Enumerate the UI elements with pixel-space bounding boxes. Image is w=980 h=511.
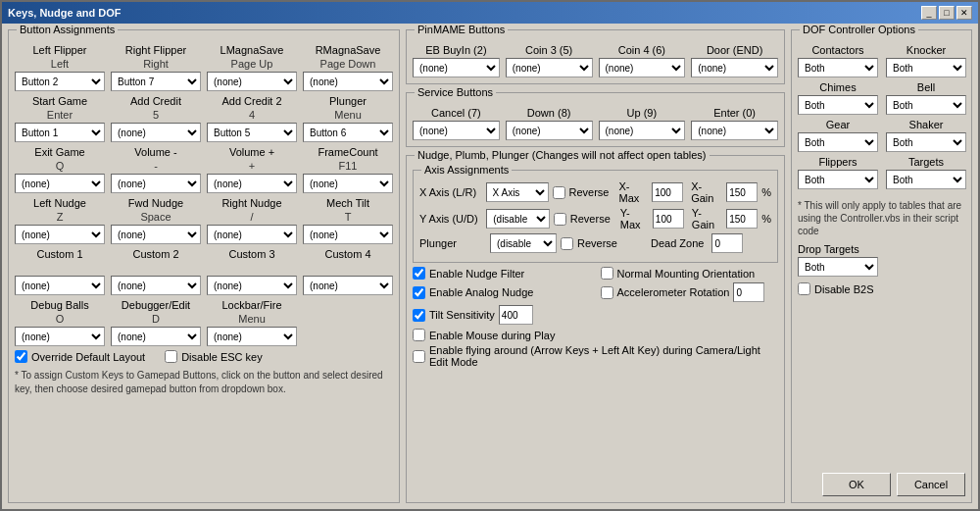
mech-tilt-label: Mech Tilt — [326, 197, 369, 209]
accel-rotation-checkbox[interactable] — [601, 286, 613, 299]
flippers-dropdown[interactable]: Both — [798, 170, 878, 189]
add-credit-dropdown[interactable]: (none) — [111, 123, 201, 142]
custom2-dropdown[interactable]: (none) — [111, 276, 201, 295]
close-button[interactable]: ✕ — [956, 6, 972, 20]
nudge-label: Nudge, Plumb, Plunger (Changes will not … — [415, 149, 710, 161]
x-max-input[interactable] — [652, 182, 683, 202]
knocker-dropdown[interactable]: Both — [886, 58, 966, 77]
tilt-sensitivity-checkbox[interactable] — [413, 309, 425, 322]
custom3-key — [250, 262, 253, 274]
right-nudge-dropdown[interactable]: (none) — [207, 225, 297, 244]
rmagnasave-dropdown[interactable]: (none) — [303, 72, 393, 91]
targets-label: Targets — [908, 156, 944, 168]
disable-b2s-row[interactable]: Disable B2S — [798, 282, 965, 295]
door-dropdown[interactable]: (none) — [691, 58, 778, 77]
debugger-edit-dropdown[interactable]: (none) — [111, 327, 201, 346]
custom1-dropdown[interactable]: (none) — [15, 276, 105, 295]
dead-zone-input[interactable] — [711, 233, 743, 253]
x-axis-dropdown[interactable]: X Axis — [486, 182, 549, 202]
down-dropdown[interactable]: (none) — [506, 121, 593, 140]
plunger-axis-dropdown[interactable]: (disable — [490, 233, 557, 253]
disable-b2s-checkbox[interactable] — [798, 282, 810, 295]
coin4-group: Coin 4 (6) (none) — [599, 44, 686, 77]
debugger-edit-label: Debugger/Edit — [122, 299, 190, 311]
plunger-dropdown[interactable]: Button 6 — [303, 123, 393, 142]
enable-analog-nudge-row[interactable]: Enable Analog Nudge — [413, 282, 591, 302]
override-checkbox[interactable] — [15, 350, 27, 363]
bell-dropdown[interactable]: Both — [886, 95, 966, 115]
enable-mouse-checkbox[interactable] — [413, 329, 425, 341]
x-gain-input[interactable] — [726, 182, 758, 202]
framecount-label: FrameCount — [318, 146, 377, 158]
main-window: Keys, Nudge and DOF _ □ ✕ Button Assignm… — [0, 0, 980, 511]
custom1-label: Custom 1 — [36, 248, 82, 260]
rmagnasave-group: RMagnaSave Page Down (none) — [303, 44, 393, 91]
y-axis-dropdown[interactable]: (disable — [486, 209, 550, 229]
x-reverse-checkbox[interactable] — [553, 186, 565, 199]
add-credit-label: Add Credit — [130, 95, 181, 107]
lockbar-fire-key: Menu — [238, 313, 266, 325]
footer-buttons: OK Cancel — [798, 465, 965, 496]
debug-balls-dropdown[interactable]: (none) — [15, 327, 105, 346]
start-game-dropdown[interactable]: Button 1 — [15, 123, 105, 142]
enable-nudge-filter-checkbox[interactable] — [413, 267, 425, 280]
normal-mounting-row[interactable]: Normal Mounting Orientation — [601, 267, 779, 280]
tilt-sensitivity-input[interactable] — [499, 305, 533, 325]
dof-grid: Contactors Both Knocker Both Chimes Both… — [798, 44, 965, 189]
add-credit2-dropdown[interactable]: Button 5 — [207, 123, 297, 142]
cancel-button[interactable]: Cancel — [897, 473, 965, 496]
override-checkbox-row[interactable]: Override Default Layout — [15, 350, 145, 363]
minimize-button[interactable]: _ — [921, 6, 937, 20]
enable-nudge-filter-row[interactable]: Enable Nudge Filter — [413, 267, 591, 280]
y-gain-input[interactable] — [726, 209, 758, 229]
gear-field: Gear Both — [798, 119, 878, 152]
chimes-dropdown[interactable]: Both — [798, 95, 878, 115]
coin3-label: Coin 3 (5) — [525, 44, 572, 56]
shaker-dropdown[interactable]: Both — [886, 132, 966, 152]
ok-button[interactable]: OK — [822, 473, 891, 496]
volume-plus-dropdown[interactable]: (none) — [207, 174, 297, 193]
lockbar-fire-dropdown[interactable]: (none) — [207, 327, 297, 346]
disable-esc-checkbox[interactable] — [165, 350, 177, 363]
shaker-field: Shaker Both — [886, 119, 966, 152]
up-dropdown[interactable]: (none) — [599, 121, 686, 140]
enable-mouse-label: Enable Mouse during Play — [429, 330, 555, 341]
coin3-dropdown[interactable]: (none) — [506, 58, 593, 77]
plunger-reverse-checkbox[interactable] — [561, 237, 573, 250]
enable-flying-checkbox[interactable] — [413, 350, 425, 363]
targets-dropdown[interactable]: Both — [886, 170, 966, 189]
y-max-input[interactable] — [653, 209, 684, 229]
lmagnasave-group: LMagnaSave Page Up (none) — [207, 44, 297, 91]
y-reverse-checkbox[interactable] — [554, 213, 566, 226]
enable-analog-nudge-checkbox[interactable] — [413, 286, 425, 299]
exit-game-dropdown[interactable]: (none) — [15, 174, 105, 193]
lmagnasave-dropdown[interactable]: (none) — [207, 72, 297, 91]
accel-rotation-input[interactable] — [733, 282, 764, 302]
left-flipper-label: Left Flipper — [32, 44, 86, 56]
bottom-note: * To assign Custom Keys to Gamepad Butto… — [15, 369, 393, 396]
volume-minus-dropdown[interactable]: (none) — [111, 174, 201, 193]
drop-targets-dropdown[interactable]: Both — [798, 257, 878, 277]
left-flipper-dropdown[interactable]: Button 2 — [15, 72, 105, 91]
left-nudge-dropdown[interactable]: (none) — [15, 225, 105, 244]
contactors-dropdown[interactable]: Both — [798, 58, 878, 77]
normal-mounting-checkbox[interactable] — [601, 267, 613, 280]
disable-esc-row[interactable]: Disable ESC key — [165, 350, 263, 363]
right-flipper-dropdown[interactable]: Button 7 — [111, 72, 201, 91]
plunger-axis-label: Plunger — [419, 237, 486, 249]
framecount-dropdown[interactable]: (none) — [303, 174, 393, 193]
eb-buyin-dropdown[interactable]: (none) — [413, 58, 500, 77]
custom4-dropdown[interactable]: (none) — [303, 276, 393, 295]
gear-dropdown[interactable]: Both — [798, 132, 878, 152]
enter-dropdown[interactable]: (none) — [691, 121, 778, 140]
cancel-dropdown[interactable]: (none) — [413, 121, 500, 140]
fwd-nudge-dropdown[interactable]: (none) — [111, 225, 201, 244]
coin4-dropdown[interactable]: (none) — [599, 58, 686, 77]
mech-tilt-dropdown[interactable]: (none) — [303, 225, 393, 244]
maximize-button[interactable]: □ — [939, 6, 955, 20]
plunger-group: Plunger Menu Button 6 — [303, 95, 393, 142]
debug-balls-label: Debug Balls — [30, 299, 88, 311]
tilt-sensitivity-row: Tilt Sensitivity — [413, 305, 591, 325]
start-game-label: Start Game — [32, 95, 87, 107]
custom3-dropdown[interactable]: (none) — [207, 276, 297, 295]
